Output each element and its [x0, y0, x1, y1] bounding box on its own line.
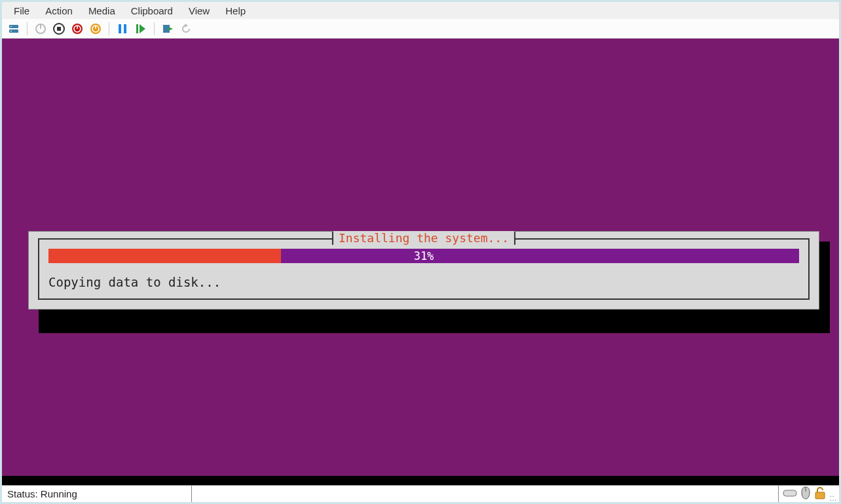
- status-text: Status: Running: [2, 486, 192, 502]
- mouse-icon: [801, 486, 810, 501]
- vm-display[interactable]: Installing the system... 31% Copying dat…: [2, 39, 839, 485]
- status-spacer: [192, 486, 779, 502]
- status-icons: [779, 486, 830, 502]
- toolbar-separator: [27, 22, 28, 35]
- revert-icon[interactable]: [178, 21, 194, 37]
- toolbar-separator: [109, 22, 109, 35]
- pause-icon[interactable]: [115, 21, 130, 37]
- svg-point-2: [10, 26, 12, 27]
- svg-rect-21: [783, 490, 796, 496]
- menu-action[interactable]: Action: [39, 4, 79, 18]
- svg-point-3: [10, 30, 12, 31]
- checkpoint-icon[interactable]: [160, 21, 176, 37]
- installer-title: Installing the system...: [333, 231, 514, 245]
- installer-dialog: Installing the system... 31% Copying dat…: [28, 231, 819, 310]
- menu-media[interactable]: Media: [82, 4, 122, 18]
- svg-rect-7: [57, 27, 61, 31]
- keyboard-icon: [783, 488, 797, 499]
- progress-percent-label: 31%: [48, 249, 799, 263]
- svg-rect-14: [119, 24, 121, 33]
- vm-bottom-border: [2, 476, 839, 485]
- server-icon[interactable]: [6, 21, 22, 37]
- toolbar: [2, 19, 839, 39]
- stop-icon[interactable]: [51, 21, 67, 37]
- progress-bar: 31%: [48, 249, 799, 263]
- installer-status-text: Copying data to disk...: [48, 275, 799, 289]
- svg-marker-19: [168, 27, 173, 31]
- menu-help[interactable]: Help: [219, 4, 252, 18]
- status-bar: Status: Running .....: [2, 485, 839, 502]
- lock-open-icon: [814, 486, 826, 501]
- svg-rect-16: [136, 24, 138, 33]
- menu-bar: File Action Media Clipboard View Help: [2, 2, 839, 19]
- menu-view[interactable]: View: [182, 4, 216, 18]
- svg-marker-20: [185, 24, 188, 27]
- reset-icon[interactable]: [88, 21, 103, 37]
- resize-grip[interactable]: .....: [830, 493, 839, 502]
- svg-rect-23: [815, 492, 825, 499]
- svg-rect-15: [124, 24, 126, 33]
- power-off-icon[interactable]: [33, 21, 48, 37]
- menu-file[interactable]: File: [7, 4, 36, 18]
- toolbar-separator: [154, 22, 155, 35]
- shutdown-icon[interactable]: [69, 21, 85, 37]
- menu-clipboard[interactable]: Clipboard: [124, 4, 179, 18]
- start-icon[interactable]: [133, 21, 149, 37]
- svg-marker-17: [140, 24, 145, 33]
